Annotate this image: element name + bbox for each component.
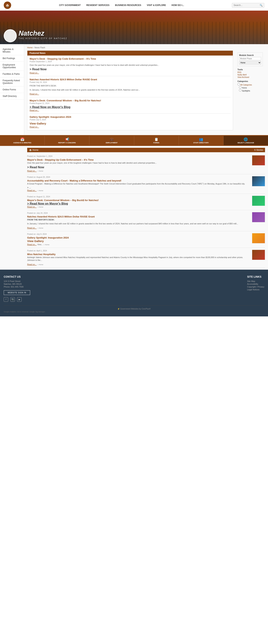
nav-city-government[interactable]: CITY GOVERNMENT (59, 4, 81, 6)
news-title-4[interactable]: Natchez Awarded Historic $24.5 Million D… (27, 215, 250, 218)
news-date-5: Posted on: July 8, 2024 (27, 233, 250, 235)
news-read-on-5[interactable]: Read on... (27, 243, 37, 246)
site-map-link[interactable]: Site Map (247, 280, 264, 282)
home-icon[interactable]: 🏠 (4, 2, 11, 9)
sidebar-item-bid-postings[interactable]: Bid Postings (0, 55, 24, 62)
tools-title: Tools (238, 68, 263, 70)
sidebar-item-faq[interactable]: Frequently Asked Questions (0, 77, 24, 86)
featured-read-on-3[interactable]: Read on... (29, 109, 39, 112)
facebook-icon[interactable]: f (4, 297, 8, 302)
notify-me-link[interactable]: Notify Me® (238, 74, 263, 76)
footer: CONTACT US 124 S Pearl Street Natchez, M… (0, 270, 268, 316)
qa-report-label: REPORT A CONCERN (58, 142, 76, 144)
nav-resident-services[interactable]: RESIDENT SERVICES (86, 4, 109, 6)
featured-news-excerpt-2: In January, I shared the news that with … (29, 88, 231, 91)
report-icon: 📢 (65, 137, 69, 142)
news-read-on-3[interactable]: Read on... (27, 206, 37, 208)
sidebar-item-employment[interactable]: Employment Opportunities (0, 62, 24, 71)
news-section-header: 🏠 Home 6 Stories (27, 148, 265, 152)
featured-read-on-1[interactable]: Read on... (29, 72, 39, 74)
spotlights-category-radio[interactable] (239, 89, 241, 92)
featured-view-gallery-4[interactable]: View Gallery (29, 122, 231, 125)
news-read-symbol-2[interactable]: > ... (27, 186, 250, 189)
featured-news-body: Mayor's Desk - Stepping Up Code Enforcem… (27, 56, 233, 130)
sidebar-item-agendas[interactable]: Agendas & Minutes (0, 46, 24, 55)
news-image-3 (252, 196, 265, 206)
featured-news-header: Featured News (27, 51, 233, 56)
news-read-on-1[interactable]: Read on... (27, 170, 37, 172)
search-icon[interactable]: 🔍 (260, 4, 263, 7)
top-header: 🏠 CITY GOVERNMENT RESIDENT SERVICES BUSI… (0, 0, 268, 10)
instagram-icon[interactable]: 📷 (10, 297, 15, 302)
legal-notices-link[interactable]: Legal Notices (247, 288, 264, 291)
news-read-on-2[interactable]: Read on... (27, 189, 37, 192)
news-item-content-4: Posted on: July 24, 2024 Natchez Awarded… (27, 212, 250, 229)
right-sidebar: Module Search Home Tools RSS Notify Me® … (235, 50, 265, 133)
city-name: Natchez (19, 30, 67, 37)
sidebar-item-facilities[interactable]: Facilities & Parks (0, 71, 24, 77)
news-from-desk-4: FROM THE MAYOR'S DESK: (27, 218, 250, 221)
news-title-2[interactable]: Accountability and Recovery Court - Maki… (27, 179, 250, 182)
footer-address: 124 S Pearl Street (4, 280, 30, 282)
breadcrumb-home[interactable]: Home (27, 46, 32, 49)
rss-link[interactable]: RSS (238, 71, 263, 74)
home-category-radio[interactable] (239, 86, 241, 88)
stories-count: 6 Stories (255, 149, 263, 151)
news-view-gallery-5[interactable]: View Gallery (27, 240, 250, 242)
featured-read-on-4[interactable]: Read on... (29, 126, 39, 128)
language-icon: 🌐 (244, 137, 248, 142)
nav-how-do-i[interactable]: HOW DO I... (172, 4, 184, 6)
city-subtitle: THE HISTORIC CITY OF NATCHEZ (19, 37, 67, 40)
google-analytics-note: Google Analytics: G4 & Universal: Google… (4, 310, 264, 313)
module-search-input[interactable] (239, 57, 261, 60)
website-signin-button[interactable]: WEBSITE SIGN IN (4, 290, 30, 295)
nav-visit-explore[interactable]: VISIT & EXPLORE (147, 4, 166, 6)
news-title-6[interactable]: Miss Natchez Hospitality (27, 253, 250, 256)
featured-news-from-desk-2: FROM THE MAYOR'S DESK: (29, 84, 231, 87)
qa-staff-label: STAFF DIRECTORY (193, 142, 209, 144)
qa-language[interactable]: 🌐 Select Language (224, 136, 268, 145)
news-title-5[interactable]: Gallery Spotlight: Inauguration 2024 (27, 236, 250, 239)
qa-language-label: Select Language (238, 142, 254, 144)
breadcrumb-current: News Flash (34, 46, 45, 49)
qa-forms[interactable]: 📋 FORMS (134, 136, 179, 145)
featured-news-title-3[interactable]: Mayor's Desk: Conventional Wisdom – Big … (29, 99, 231, 102)
featured-news-title-1[interactable]: Mayor's Desk - Stepping Up Code Enforcem… (29, 58, 231, 60)
qa-report-concern[interactable]: 📢 REPORT A CONCERN (45, 136, 89, 145)
featured-read-on-2[interactable]: Read on... (29, 93, 39, 95)
featured-news-title-4[interactable]: Gallery Spotlight: Inauguration 2024 (29, 116, 231, 118)
search-input[interactable] (234, 4, 260, 6)
sidebar-item-staff-directory[interactable]: Staff Directory (0, 93, 24, 100)
news-title-1[interactable]: Mayor's Desk - Stepping Up Code Enforcem… (27, 158, 250, 161)
featured-news-section: Featured News Mayor's Desk - Stepping Up… (27, 50, 233, 133)
accessibility-link[interactable]: Accessibility (247, 283, 264, 285)
news-read-now-1[interactable]: > Read Now (27, 166, 250, 169)
featured-news-date-3: Posted August 11, 2024 (29, 102, 231, 104)
news-item-content-3: Posted on: August 11, 2024 Mayor's Desk:… (27, 196, 250, 208)
news-date-3: Posted on: August 11, 2024 (27, 196, 250, 198)
footer-site-links-title: SITE LINKS (247, 275, 264, 278)
news-list-item-2: Posted on: August 20, 2024 Accountabilit… (27, 174, 265, 194)
view-archived-link[interactable]: View Archived (238, 76, 263, 78)
qa-agendas[interactable]: 📅 AGENDAS & MINUTES (0, 136, 45, 145)
footer-contact-title: CONTACT US (4, 275, 30, 278)
featured-read-now-1[interactable]: > Read Now (29, 68, 231, 71)
copyright-privacy-link[interactable]: Copyright / Privacy (247, 286, 264, 288)
sidebar-item-online-forms[interactable]: Online Forms (0, 86, 24, 93)
news-image-2 (252, 176, 265, 186)
news-read-now-blog-3[interactable]: > Read Now on Mayor's Blog (27, 202, 250, 205)
module-search-select[interactable]: Home (239, 61, 261, 64)
all-categories-radio[interactable] (238, 83, 240, 86)
news-tag-3: Home (37, 206, 43, 208)
news-read-on-6[interactable]: Read on... (27, 263, 37, 266)
news-read-on-4[interactable]: Read on... (27, 227, 37, 229)
featured-read-now-blog-3[interactable]: > Read Now on Mayor's Blog (29, 106, 231, 109)
youtube-icon[interactable]: ▶ (17, 297, 21, 302)
featured-news-date-2: Posted July 24, 2024 (29, 81, 231, 83)
qa-staff-directory[interactable]: 👥 STAFF DIRECTORY (179, 136, 224, 145)
featured-news-title-2[interactable]: Natchez Awarded Historic $24.5 Million D… (29, 78, 231, 81)
news-title-3[interactable]: Mayor's Desk: Conventional Wisdom – Big … (27, 199, 250, 202)
qa-employment[interactable]: 💼 EMPLOYMENT (89, 136, 134, 145)
news-excerpt-6: Ashleigh Valerie Johnson was crowned Mis… (27, 256, 250, 262)
nav-business-resources[interactable]: BUSINESS RESOURCES (115, 4, 141, 6)
